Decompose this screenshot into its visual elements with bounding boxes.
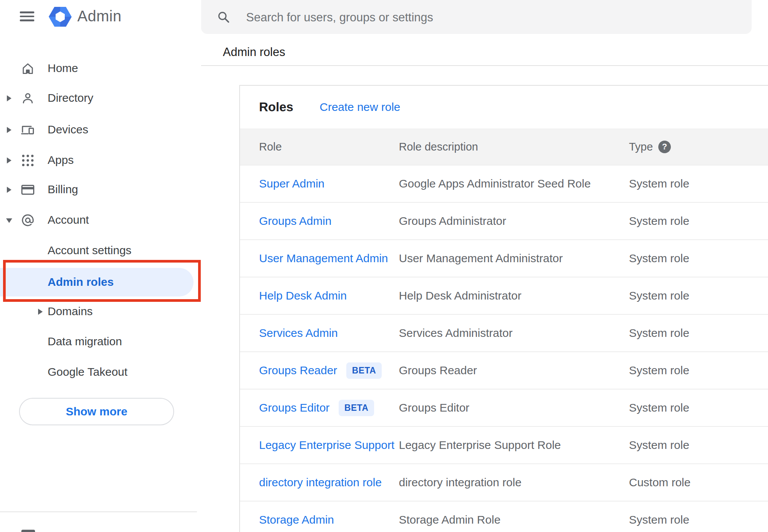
card-title: Roles [259,86,293,128]
role-link[interactable]: Groups Editor [259,401,330,414]
content-divider [201,65,768,66]
expand-right-icon[interactable] [7,127,11,133]
role-link[interactable]: User Management Admin [259,252,388,265]
role-link[interactable]: Groups Reader [259,364,337,377]
sidebar: Admin Home Directory Devices Apps Billin… [0,0,197,532]
role-type: System role [629,177,768,190]
role-type: System role [629,252,768,265]
show-more-button[interactable]: Show more [19,398,174,425]
role-description: Google Apps Administrator Seed Role [399,177,629,190]
roles-card: Roles Create new role Role Role descript… [239,85,768,532]
sidebar-item-billing[interactable]: Billing [0,175,197,205]
role-link[interactable]: Groups Admin [259,215,331,228]
role-description: Legacy Enterprise Support Role [399,439,629,452]
sidebar-item-domains[interactable]: Domains [0,296,197,327]
role-type: System role [629,289,768,302]
role-type: System role [629,215,768,228]
expand-right-icon[interactable] [7,187,11,193]
devices-icon [21,123,35,137]
table-row: Services Admin Services Administrator Sy… [240,315,768,352]
apps-grid-icon [21,153,35,168]
role-description: Groups Administrator [399,215,629,228]
table-row: Groups Editor BETA Groups Editor System … [240,389,768,427]
sidebar-item-admin-roles[interactable]: Admin roles [0,268,194,296]
sidebar-item-home[interactable]: Home [0,53,197,84]
role-type: System role [629,327,768,340]
table-row: Groups Reader BETA Groups Reader System … [240,352,768,389]
table-row: Groups Admin Groups Administrator System… [240,203,768,240]
table-row: Help Desk Admin Help Desk Administrator … [240,277,768,315]
table-body: Super Admin Google Apps Administrator Se… [240,165,768,532]
role-link[interactable]: Services Admin [259,327,338,340]
beta-badge: BETA [339,400,374,416]
table-row: directory integration role directory int… [240,464,768,502]
role-description: directory integration role [399,476,629,489]
sidebar-item-data-migration[interactable]: Data migration [0,327,197,357]
role-type: Custom role [629,476,768,489]
collapse-down-icon[interactable] [6,218,12,223]
expand-right-icon[interactable] [7,157,11,163]
table-row: Legacy Enterprise Support Legacy Enterpr… [240,427,768,464]
role-link[interactable]: Super Admin [259,177,325,190]
table-row: Super Admin Google Apps Administrator Se… [240,165,768,203]
role-type: System role [629,401,768,414]
role-type: System role [629,364,768,377]
partial-bottom-icon [21,530,35,532]
search-input[interactable] [245,0,734,35]
admin-logo-icon [49,6,72,27]
search-bar [201,0,752,34]
role-link[interactable]: Legacy Enterprise Support [259,439,394,452]
expand-right-icon[interactable] [7,95,11,101]
role-description: Storage Admin Role [399,513,629,526]
column-header-role-description: Role description [399,141,629,153]
role-link[interactable]: directory integration role [259,476,382,489]
credit-card-icon [21,183,35,197]
hamburger-menu-icon[interactable] [20,11,34,21]
app-title: Admin [77,8,122,25]
home-icon [21,61,35,76]
column-header-role: Role [259,141,399,153]
role-link[interactable]: Storage Admin [259,513,334,526]
sidebar-item-devices[interactable]: Devices [0,115,197,145]
role-description: User Management Administrator [399,252,629,265]
sidebar-item-account[interactable]: Account [0,205,197,236]
sidebar-item-google-takeout[interactable]: Google Takeout [0,357,197,388]
role-description: Help Desk Administrator [399,289,629,302]
at-sign-icon [21,213,35,228]
breadcrumb: Admin roles [223,42,285,62]
table-row: Storage Admin Storage Admin Role System … [240,502,768,532]
expand-right-icon[interactable] [38,309,43,315]
column-header-type: Type ? [629,141,768,153]
search-icon [216,10,230,24]
role-link[interactable]: Help Desk Admin [259,289,347,302]
create-new-role-link[interactable]: Create new role [320,86,400,128]
role-description: Groups Reader [399,364,629,377]
table-header-row: Role Role description Type ? [240,128,768,165]
role-type: System role [629,439,768,452]
sidebar-item-directory[interactable]: Directory [0,83,197,114]
sidebar-item-apps[interactable]: Apps [0,145,197,176]
role-description: Services Administrator [399,327,629,340]
role-description: Groups Editor [399,401,629,414]
help-icon[interactable]: ? [658,141,671,153]
beta-badge: BETA [346,362,382,379]
role-type: System role [629,513,768,526]
sidebar-divider [0,511,197,512]
roles-card-header: Roles Create new role [240,86,768,128]
person-icon [21,91,35,106]
table-row: User Management Admin User Management Ad… [240,240,768,277]
sidebar-item-account-settings[interactable]: Account settings [0,236,197,266]
